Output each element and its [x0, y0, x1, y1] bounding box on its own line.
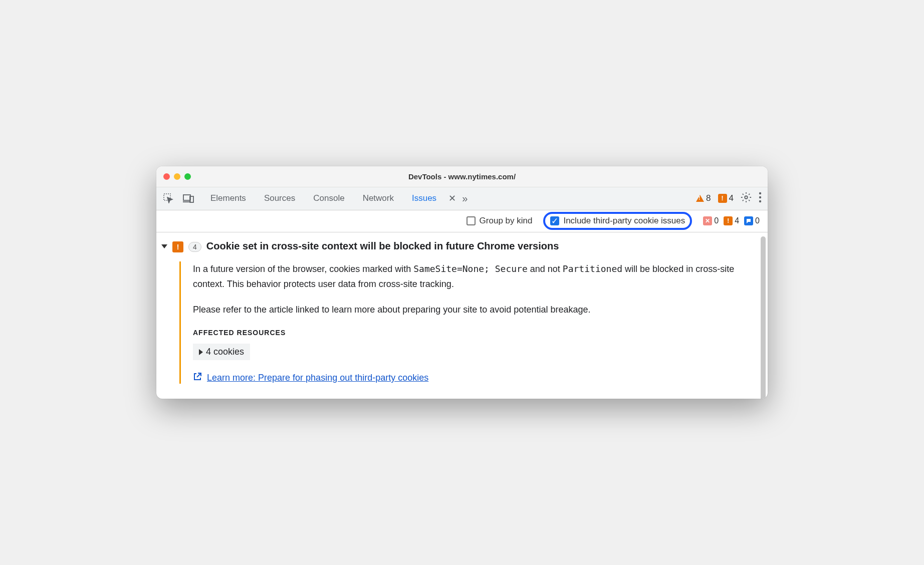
scrollbar[interactable] — [761, 236, 766, 399]
minimize-window-button[interactable] — [174, 173, 180, 180]
issue-severity-icon: ! — [172, 241, 183, 252]
tab-elements[interactable]: Elements — [203, 190, 253, 206]
svg-point-6 — [759, 196, 761, 198]
traffic-lights — [163, 173, 191, 180]
close-window-button[interactable] — [163, 173, 170, 180]
errors-count: 4 — [729, 193, 734, 203]
error-square-icon: ! — [718, 194, 727, 203]
svg-rect-1 — [183, 195, 190, 200]
chevron-right-icon — [199, 349, 203, 355]
issue-accent-bar — [179, 261, 181, 384]
checkbox-unchecked-icon — [467, 216, 476, 225]
issue-body: In a future version of the browser, cook… — [156, 261, 768, 384]
warn-count[interactable]: ! 4 — [724, 216, 739, 225]
external-link-icon — [193, 372, 202, 384]
warnings-count: 8 — [706, 193, 711, 203]
errors-badge[interactable]: ! 4 — [718, 193, 734, 203]
issue-count-badge: 4 — [188, 242, 201, 252]
svg-rect-8 — [747, 219, 751, 222]
inspect-icon[interactable] — [162, 192, 174, 204]
window-title: DevTools - www.nytimes.com/ — [156, 172, 768, 181]
tab-network[interactable]: Network — [356, 190, 401, 206]
svg-point-5 — [759, 192, 761, 194]
filter-bar: Group by kind ✓ Include third-party cook… — [156, 210, 768, 232]
warn-badge-icon: ! — [724, 216, 733, 225]
close-tab-icon[interactable]: ✕ — [448, 193, 456, 204]
warnings-badge[interactable]: 8 — [696, 193, 711, 203]
affected-resources-label: AFFECTED RESOURCES — [193, 329, 748, 337]
titlebar: DevTools - www.nytimes.com/ — [156, 166, 768, 187]
issue-counts: ✕ 0 ! 4 0 — [703, 216, 760, 225]
devtools-window: DevTools - www.nytimes.com/ Elements Sou… — [156, 166, 768, 399]
svg-line-9 — [197, 373, 201, 377]
svg-point-7 — [759, 200, 761, 202]
include-third-party-label: Include third-party cookie issues — [563, 216, 685, 226]
cookies-count-label: 4 cookies — [206, 347, 244, 357]
settings-gear-icon[interactable] — [741, 192, 752, 205]
x-badge-icon: ✕ — [703, 216, 712, 225]
more-menu-icon[interactable] — [759, 192, 762, 205]
include-third-party-checkbox[interactable]: ✓ Include third-party cookie issues — [550, 216, 685, 226]
learn-more-text: Learn more: Prepare for phasing out thir… — [207, 373, 428, 383]
cookies-disclosure[interactable]: 4 cookies — [193, 344, 250, 360]
info-badge-icon — [744, 216, 753, 225]
issue-header-row[interactable]: ! 4 Cookie set in cross-site context wil… — [156, 239, 768, 252]
svg-point-4 — [745, 196, 748, 199]
issues-content: ! 4 Cookie set in cross-site context wil… — [156, 232, 768, 399]
device-toggle-icon[interactable] — [182, 192, 194, 204]
issue-title: Cookie set in cross-site context will be… — [206, 240, 559, 252]
checkbox-checked-icon: ✓ — [550, 216, 559, 225]
issue-paragraph-1: In a future version of the browser, cook… — [193, 261, 748, 292]
issue-paragraph-2: Please refer to the article linked to le… — [193, 303, 748, 318]
more-tabs-icon[interactable]: » — [462, 193, 468, 204]
warning-triangle-icon — [696, 195, 704, 202]
group-by-kind-checkbox[interactable]: Group by kind — [467, 216, 533, 226]
tab-sources[interactable]: Sources — [257, 190, 302, 206]
maximize-window-button[interactable] — [184, 173, 191, 180]
learn-more-link[interactable]: Learn more: Prepare for phasing out thir… — [193, 372, 748, 384]
tab-issues[interactable]: Issues — [405, 190, 443, 206]
highlighted-filter: ✓ Include third-party cookie issues — [543, 212, 692, 230]
hidden-count[interactable]: ✕ 0 — [703, 216, 719, 225]
info-count[interactable]: 0 — [744, 216, 760, 225]
group-by-kind-label: Group by kind — [480, 216, 533, 226]
tab-console[interactable]: Console — [306, 190, 351, 206]
tabbar: Elements Sources Console Network Issues … — [156, 187, 768, 210]
expand-toggle-icon[interactable] — [161, 244, 167, 248]
